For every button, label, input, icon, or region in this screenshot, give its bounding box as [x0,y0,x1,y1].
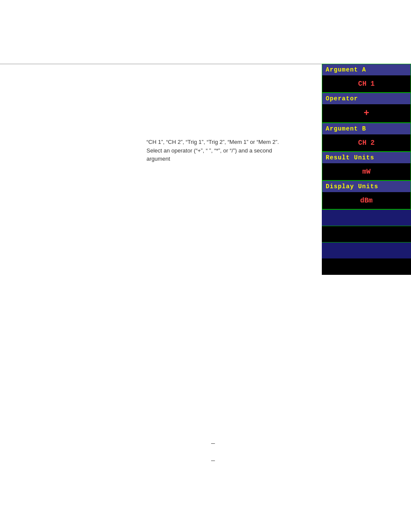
argument-a-group[interactable]: Argument A CH 1 [322,64,411,93]
argument-a-value[interactable]: CH 1 [322,76,411,92]
result-units-group[interactable]: Result Units mW [322,152,411,180]
empty-slot-1 [322,209,411,226]
argument-b-group[interactable]: Argument B CH 2 [322,123,411,152]
description-text: “CH 1”, “CH 2”, “Trig 1”, “Trig 2”, “Mem… [146,138,293,163]
display-units-group[interactable]: Display Units dBm [322,180,411,209]
bottom-dash-2: – [211,457,215,464]
operator-label: Operator [322,93,411,105]
sidebar: Argument A CH 1 Operator + Argument B CH… [322,64,411,275]
result-units-value[interactable]: mW [322,164,411,180]
result-units-label: Result Units [322,152,411,164]
display-units-value[interactable]: dBm [322,193,411,209]
empty-slot-3 [322,242,411,258]
argument-b-value[interactable]: CH 2 [322,135,411,151]
argument-a-label: Argument A [322,64,411,76]
bottom-dash-1: – [211,439,215,447]
display-units-label: Display Units [322,181,411,193]
operator-value[interactable]: + [322,105,411,122]
argument-b-label: Argument B [322,123,411,135]
empty-slot-2 [322,226,411,242]
operator-group[interactable]: Operator + [322,93,411,123]
